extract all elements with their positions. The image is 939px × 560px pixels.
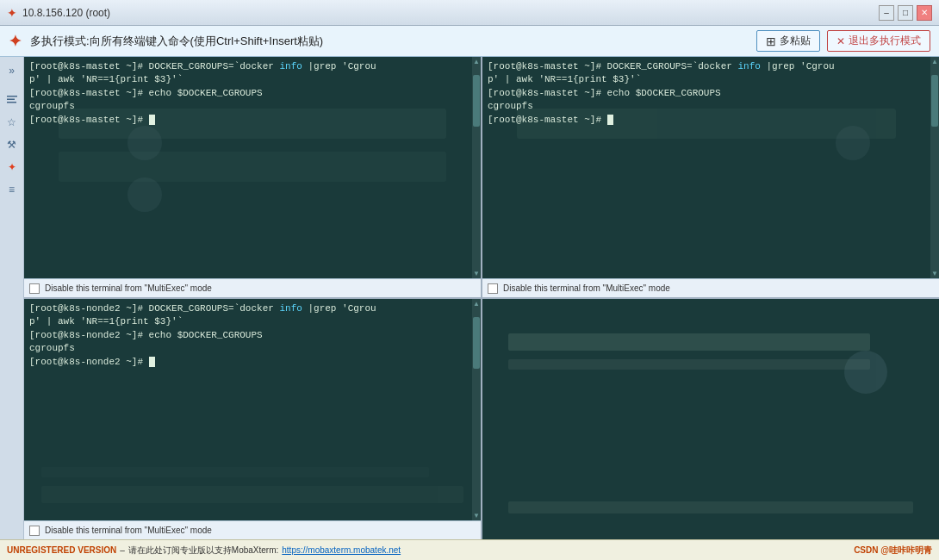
sidebar-tools-icon[interactable]: ⚒ bbox=[2, 134, 22, 155]
app-icon: ✦ bbox=[7, 6, 17, 20]
close-button[interactable]: ✕ bbox=[917, 5, 932, 21]
minimize-button[interactable]: – bbox=[879, 5, 894, 21]
terminal-top-right-content: [root@k8s-mastet ~]# DOCKER_CGROUPS=`doc… bbox=[482, 57, 939, 278]
multiexec-banner: ✦ 多执行模式:向所有终端键入命令(使用Ctrl+Shift+Insert粘贴)… bbox=[0, 26, 939, 57]
disable-terminal-label-top-right: Disable this terminal from "MultiExec" m… bbox=[503, 283, 670, 293]
terminal-bottom-right[interactable] bbox=[482, 299, 939, 539]
terminals-grid: [root@k8s-mastet ~]# DOCKER_CGROUPS=`doc… bbox=[24, 57, 939, 539]
disable-terminal-checkbox-bottom-left[interactable] bbox=[29, 526, 40, 536]
terminal-top-left-content: [root@k8s-mastet ~]# DOCKER_CGROUPS=`doc… bbox=[24, 57, 481, 278]
terminal-top-left-checkbox-bar: Disable this terminal from "MultiExec" m… bbox=[24, 278, 481, 297]
terminal-bottom-left-content: [root@k8s-nonde2 ~]# DOCKER_CGROUPS=`doc… bbox=[24, 299, 481, 520]
terminal-bottom-right-content bbox=[482, 299, 939, 539]
status-link[interactable]: https://mobaxterm.mobatek.net bbox=[282, 545, 401, 555]
status-message: 请在此处订阅专业版以支持MobaXterm: bbox=[128, 544, 278, 557]
disable-terminal-checkbox-top-left[interactable] bbox=[29, 283, 40, 294]
title-bar: ✦ 10.8.156.120 (root) – □ ✕ bbox=[0, 0, 939, 26]
terminal-top-right[interactable]: [root@k8s-mastet ~]# DOCKER_CGROUPS=`doc… bbox=[482, 57, 939, 297]
sidebar-star-icon[interactable]: ☆ bbox=[2, 112, 22, 133]
sidebar-commands-icon[interactable] bbox=[2, 90, 22, 110]
scroll-down-arrow[interactable]: ▼ bbox=[472, 269, 481, 278]
exit-multiexec-button[interactable]: ✕ 退出多执行模式 bbox=[827, 30, 930, 52]
svg-rect-0 bbox=[7, 96, 17, 97]
status-right-label: CSDN @哇咔咔明青 bbox=[854, 544, 932, 557]
terminal-top-left-text: [root@k8s-mastet ~]# DOCKER_CGROUPS=`doc… bbox=[24, 57, 481, 130]
title-bar-left: ✦ 10.8.156.120 (root) bbox=[7, 6, 110, 20]
banner-logo-icon: ✦ bbox=[9, 32, 22, 51]
sidebar-menu-icon[interactable]: ≡ bbox=[2, 179, 22, 200]
status-bar: UNREGISTERED VERSION – 请在此处订阅专业版以支持MobaX… bbox=[0, 539, 939, 560]
banner-text: 多执行模式:向所有终端键入命令(使用Ctrl+Shift+Insert粘贴) bbox=[30, 34, 323, 49]
scroll-down-arrow-bl[interactable]: ▼ bbox=[472, 511, 481, 520]
maximize-button[interactable]: □ bbox=[898, 5, 913, 21]
multi-paste-button[interactable]: ⊞ 多粘贴 bbox=[756, 30, 820, 52]
terminal-bottom-left-text: [root@k8s-nonde2 ~]# DOCKER_CGROUPS=`doc… bbox=[24, 299, 481, 372]
window-title: 10.8.156.120 (root) bbox=[22, 7, 110, 19]
disable-terminal-label-top-left: Disable this terminal from "MultiExec" m… bbox=[45, 283, 212, 293]
svg-rect-1 bbox=[7, 99, 15, 101]
terminal-top-right-checkbox-bar: Disable this terminal from "MultiExec" m… bbox=[482, 278, 939, 297]
disable-terminal-label-bottom-left: Disable this terminal from "MultiExec" m… bbox=[45, 526, 212, 535]
unregistered-label: UNREGISTERED VERSION bbox=[7, 545, 116, 555]
banner-buttons: ⊞ 多粘贴 ✕ 退出多执行模式 bbox=[756, 30, 930, 52]
paste-label: 多粘贴 bbox=[780, 34, 811, 48]
terminal-bottom-left[interactable]: [root@k8s-nonde2 ~]# DOCKER_CGROUPS=`doc… bbox=[24, 299, 481, 539]
sidebar-chevron-icon[interactable]: » bbox=[2, 60, 22, 81]
svg-rect-2 bbox=[7, 102, 16, 103]
sidebar: » ☆ ⚒ ✦ ≡ bbox=[0, 57, 24, 539]
terminal-top-right-text: [root@k8s-mastet ~]# DOCKER_CGROUPS=`doc… bbox=[482, 57, 939, 130]
terminal-bottom-right-bg bbox=[482, 299, 939, 539]
main-area: » ☆ ⚒ ✦ ≡ [root@k8s-mastet ~]# DOCKER_CG… bbox=[0, 57, 939, 539]
exit-label: 退出多执行模式 bbox=[849, 34, 921, 48]
window-controls: – □ ✕ bbox=[879, 5, 932, 21]
sidebar-diamond-icon[interactable]: ✦ bbox=[2, 157, 22, 177]
terminal-top-left[interactable]: [root@k8s-mastet ~]# DOCKER_CGROUPS=`doc… bbox=[24, 57, 481, 297]
scroll-down-arrow-tr[interactable]: ▼ bbox=[930, 269, 939, 278]
terminal-bottom-left-checkbox-bar: Disable this terminal from "MultiExec" m… bbox=[24, 520, 481, 539]
paste-icon: ⊞ bbox=[766, 34, 776, 48]
exit-icon: ✕ bbox=[836, 35, 845, 47]
status-dash: – bbox=[120, 545, 125, 555]
disable-terminal-checkbox-top-right[interactable] bbox=[488, 283, 498, 294]
